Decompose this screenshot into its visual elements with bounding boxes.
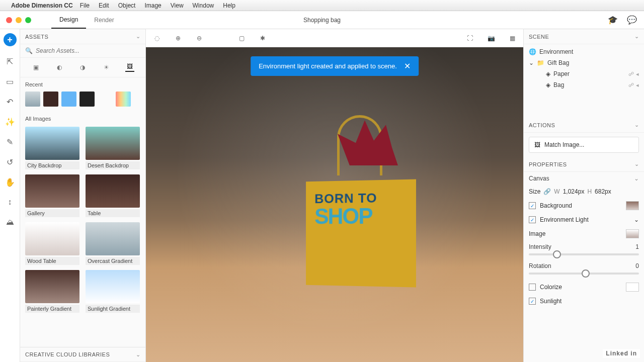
asset-card[interactable]: Overcast Gradient [86, 222, 140, 265]
chevron-down-icon[interactable]: ⌄ [634, 161, 639, 167]
toast-message: Environment light created and applied to… [259, 62, 397, 70]
select-mode-icon[interactable]: ◌ [152, 33, 162, 43]
assets-search[interactable]: 🔍 [20, 44, 145, 58]
search-input[interactable] [36, 47, 140, 54]
render-preview-icon[interactable]: ▦ [507, 33, 517, 43]
magic-wand-icon[interactable]: ✨ [5, 117, 15, 127]
asset-card[interactable]: Painterly Gradient [25, 270, 79, 313]
materials-tab-icon[interactable]: ◐ [55, 63, 64, 72]
bookmark-icon[interactable]: ✱ [258, 33, 268, 43]
assets-panel: Assets ⌄ 🔍 ▣ ◐ ◑ ☀ 🖼 Recent All Images C… [20, 29, 146, 362]
close-icon[interactable]: ✕ [404, 61, 411, 71]
lights-tab-icon[interactable]: ◑ [78, 63, 87, 72]
minimize-window[interactable] [16, 17, 22, 23]
chevron-down-icon[interactable]: ⌄ [136, 33, 141, 40]
background-row: ✓ Background [524, 198, 644, 213]
feedback-icon[interactable]: 💬 [627, 15, 637, 25]
learn-icon[interactable]: 🎓 [608, 15, 618, 25]
chevron-down-icon: ⌄ [634, 175, 639, 182]
visibility-icon[interactable]: ◂ [636, 82, 639, 88]
width-value[interactable]: 1,024px [563, 188, 585, 195]
fit-icon[interactable]: ⛶ [465, 33, 475, 43]
recent-thumbs [20, 89, 145, 112]
camera-frame-icon[interactable]: ▢ [236, 33, 247, 43]
intensity-slider[interactable] [529, 253, 639, 255]
rotation-value[interactable]: 0 [635, 262, 639, 269]
visibility-icon[interactable]: ◂ [636, 71, 639, 77]
cc-libraries-header[interactable]: Creative Cloud Libraries ⌄ [20, 347, 145, 362]
shopping-bag-model[interactable]: BORN TO SHOP [304, 135, 415, 286]
chevron-down-icon[interactable]: ⌄ [529, 59, 534, 66]
marquee-tool-icon[interactable]: ▭ [5, 76, 15, 86]
asset-card[interactable]: Desert Backdrop [86, 127, 140, 169]
asset-card[interactable]: Gallery [25, 174, 79, 217]
recent-thumb[interactable] [116, 92, 131, 107]
recent-thumb[interactable] [61, 92, 76, 107]
properties-header: Properties ⌄ [524, 157, 644, 172]
scene-header-label: Scene [529, 34, 549, 40]
env-image-swatch[interactable] [626, 229, 639, 238]
link-icon[interactable]: ☍ [628, 82, 634, 88]
env-light-checkbox[interactable]: ✓ [529, 216, 536, 223]
menu-image[interactable]: Image [144, 2, 161, 9]
canvas-row[interactable]: Canvas ⌄ [524, 172, 644, 185]
recent-thumb[interactable] [25, 92, 40, 107]
mode-tabs: Design Render [51, 11, 122, 29]
horizon-tool-icon[interactable]: ⛰ [5, 217, 15, 227]
match-image-button[interactable]: 🖼 Match Image... [529, 137, 639, 153]
recent-thumb[interactable] [79, 92, 95, 107]
viewport[interactable]: BORN TO SHOP Environment light created a… [146, 47, 523, 362]
chevron-down-icon[interactable]: ⌄ [634, 33, 639, 40]
menu-view[interactable]: View [171, 2, 184, 9]
scene-item-paper[interactable]: ◈ Paper ☍◂ [524, 68, 644, 79]
pan-tool-icon[interactable]: ✋ [5, 177, 15, 187]
recent-thumb[interactable] [98, 92, 113, 107]
menu-window[interactable]: Window [193, 2, 214, 9]
undo-icon[interactable]: ↶ [5, 97, 15, 107]
asset-card[interactable]: Wood Table [25, 222, 79, 265]
menu-edit[interactable]: Edit [99, 2, 109, 9]
app-name[interactable]: Adobe Dimension CC [11, 2, 73, 9]
subtract-selection-icon[interactable]: ⊖ [194, 33, 204, 43]
asset-card[interactable]: Sunlight Gradient [86, 270, 140, 313]
chevron-down-icon[interactable]: ⌄ [634, 216, 639, 223]
menu-object[interactable]: Object [118, 2, 136, 9]
orbit-tool-icon[interactable]: ↺ [5, 157, 15, 167]
models-tab-icon[interactable]: ▣ [31, 63, 40, 72]
colorize-swatch[interactable] [626, 283, 639, 292]
scene-item-bag[interactable]: ◈ Bag ☍◂ [524, 79, 644, 90]
background-swatch[interactable] [626, 201, 639, 210]
rotation-slider[interactable] [529, 273, 639, 275]
colorize-checkbox[interactable]: ✓ [529, 284, 536, 291]
add-content-button[interactable]: + [4, 33, 17, 46]
background-checkbox[interactable]: ✓ [529, 202, 536, 209]
menu-file[interactable]: File [80, 2, 90, 9]
sun-tab-icon[interactable]: ☀ [102, 63, 111, 72]
select-tool-icon[interactable]: ⇱ [5, 56, 15, 66]
chevron-down-icon[interactable]: ⌄ [634, 122, 639, 128]
bag-body: BORN TO SHOP [306, 179, 416, 288]
menu-help[interactable]: Help [223, 2, 235, 9]
images-tab-icon[interactable]: 🖼 [125, 63, 134, 72]
add-selection-icon[interactable]: ⊕ [173, 33, 183, 43]
canvas-toolbar: ◌ ⊕ ⊖ ▢ ✱ ⛶ 📷 ▦ [146, 29, 523, 47]
intensity-value[interactable]: 1 [635, 243, 639, 250]
sunlight-checkbox[interactable]: ✓ [529, 298, 536, 305]
camera-icon[interactable]: 📷 [486, 33, 496, 43]
tab-design[interactable]: Design [51, 11, 86, 29]
dolly-tool-icon[interactable]: ↕ [5, 197, 15, 207]
zoom-window[interactable] [25, 17, 31, 23]
eyedropper-icon[interactable]: ✎ [5, 137, 15, 147]
link-dimensions-icon[interactable]: 🔗 [543, 188, 551, 195]
recent-thumb[interactable] [43, 92, 58, 107]
scene-item-environment[interactable]: 🌐 Environment [524, 46, 644, 57]
height-value[interactable]: 682px [595, 188, 611, 195]
asset-card[interactable]: City Backdrop [25, 127, 79, 169]
asset-card[interactable]: Table [86, 174, 140, 217]
close-window[interactable] [6, 17, 12, 23]
right-panel: Scene ⌄ 🌐 Environment ⌄ 📁 Gift Bag ◈ Pap… [523, 29, 644, 362]
link-icon[interactable]: ☍ [628, 71, 634, 77]
folder-icon: 📁 [537, 59, 544, 66]
scene-item-giftbag[interactable]: ⌄ 📁 Gift Bag [524, 57, 644, 68]
tab-render[interactable]: Render [86, 11, 122, 29]
